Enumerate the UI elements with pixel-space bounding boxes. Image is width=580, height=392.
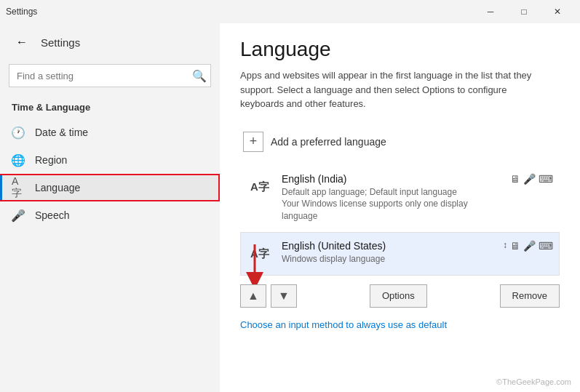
remove-button[interactable]: Remove bbox=[500, 284, 560, 308]
sidebar-item-language[interactable]: A字 Language bbox=[0, 174, 220, 201]
english-india-desc: Default app language; Default input lang… bbox=[282, 186, 501, 223]
english-us-icon: A字 bbox=[247, 241, 273, 268]
english-india-badges: 🖥 🎤 ⌨ bbox=[510, 173, 553, 185]
english-us-badges: ↕ 🖥 🎤 ⌨ bbox=[503, 240, 553, 252]
main-content: Language Apps and websites will appear i… bbox=[220, 23, 580, 392]
english-us-name: English (United States) bbox=[282, 240, 494, 252]
sidebar-item-language-label: Language bbox=[35, 182, 80, 193]
keyboard-badge: ⌨ bbox=[539, 173, 553, 185]
add-language-button[interactable]: + Add a preferred language bbox=[240, 126, 560, 158]
back-button[interactable]: ← bbox=[12, 32, 32, 52]
sort-badge: ↕ bbox=[503, 240, 507, 252]
english-india-info: English (India) Default app language; De… bbox=[282, 173, 501, 223]
sidebar-item-region[interactable]: 🌐 Region bbox=[0, 146, 220, 174]
titlebar-title: Settings bbox=[6, 7, 37, 17]
maximize-button[interactable]: □ bbox=[507, 0, 541, 23]
english-us-desc: Windows display language bbox=[282, 253, 494, 265]
search-icon: 🔍 bbox=[192, 69, 207, 83]
speech-icon: 🎤 bbox=[12, 209, 25, 222]
move-down-button[interactable]: ▼ bbox=[271, 284, 297, 308]
page-title: Language bbox=[240, 38, 560, 61]
monitor-badge: 🖥 bbox=[510, 173, 520, 185]
search-input[interactable] bbox=[9, 64, 211, 87]
sidebar: ← Settings 🔍 Time & Language 🕐 Date & ti… bbox=[0, 23, 220, 392]
sidebar-item-date-time[interactable]: 🕐 Date & time bbox=[0, 119, 220, 146]
language-item-english-us[interactable]: A字 English (United States) Windows displ… bbox=[240, 232, 560, 276]
keyboard-badge-us: ⌨ bbox=[539, 240, 553, 252]
plus-icon: + bbox=[243, 132, 263, 152]
mic-badge-us: 🎤 bbox=[523, 240, 536, 252]
section-title: Time & Language bbox=[0, 96, 220, 119]
search-box: 🔍 bbox=[9, 64, 211, 87]
english-us-info: English (United States) Windows display … bbox=[282, 240, 494, 265]
monitor-badge-us: 🖥 bbox=[510, 240, 520, 252]
close-button[interactable]: ✕ bbox=[541, 0, 574, 23]
sidebar-item-speech[interactable]: 🎤 Speech bbox=[0, 201, 220, 229]
language-item-english-india[interactable]: A字 English (India) Default app language;… bbox=[240, 165, 560, 231]
language-icon: A字 bbox=[12, 181, 25, 194]
app-container: ← Settings 🔍 Time & Language 🕐 Date & ti… bbox=[0, 23, 580, 392]
back-icon: ← bbox=[16, 36, 28, 49]
search-icon-button[interactable]: 🔍 bbox=[188, 64, 211, 87]
default-input-method-link[interactable]: Choose an input method to always use as … bbox=[240, 313, 447, 336]
page-description: Apps and websites will appear in the fir… bbox=[240, 68, 546, 111]
add-language-label: Add a preferred language bbox=[271, 136, 386, 148]
options-button[interactable]: Options bbox=[370, 284, 427, 308]
sidebar-item-date-time-label: Date & time bbox=[35, 127, 88, 138]
mic-badge: 🎤 bbox=[523, 173, 536, 185]
sidebar-item-speech-label: Speech bbox=[35, 209, 69, 221]
titlebar-controls: ─ □ ✕ bbox=[474, 0, 574, 23]
watermark: ©TheGeekPage.com bbox=[496, 377, 571, 386]
sidebar-app-title: Settings bbox=[41, 36, 80, 49]
move-up-button[interactable]: ▲ bbox=[240, 284, 266, 308]
action-row: ▲ ▼ Options Remove bbox=[240, 279, 560, 313]
sidebar-header: ← Settings bbox=[0, 23, 220, 61]
sidebar-item-region-label: Region bbox=[35, 154, 67, 166]
minimize-button[interactable]: ─ bbox=[474, 0, 507, 23]
titlebar-left: Settings bbox=[6, 7, 37, 17]
english-india-icon: A字 bbox=[247, 175, 273, 201]
titlebar: Settings ─ □ ✕ bbox=[0, 0, 580, 23]
english-india-name: English (India) bbox=[282, 173, 501, 185]
date-time-icon: 🕐 bbox=[12, 126, 25, 139]
region-icon: 🌐 bbox=[12, 153, 25, 167]
